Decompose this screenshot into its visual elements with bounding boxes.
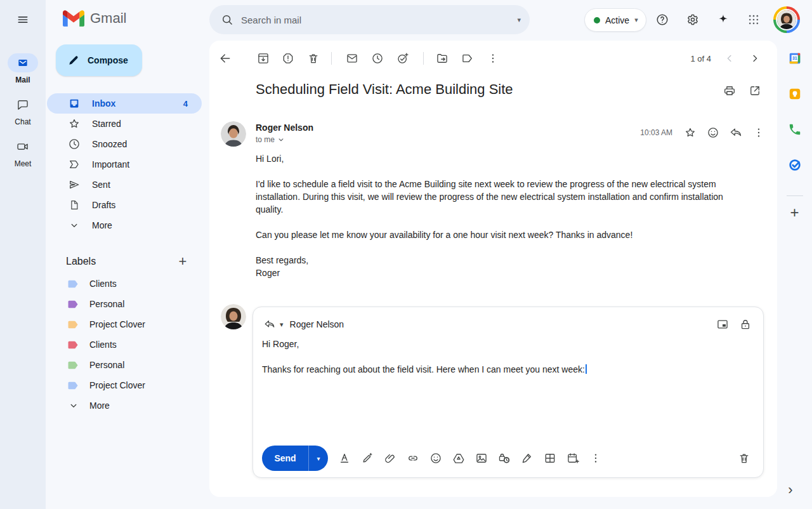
status-label: Active [605, 15, 629, 25]
send-button[interactable]: Send [262, 453, 308, 463]
insert-photo-button[interactable] [470, 447, 493, 470]
compose-button[interactable]: Compose [56, 44, 142, 76]
voice-app-button[interactable] [781, 116, 809, 143]
help-button[interactable] [648, 6, 676, 34]
labels-more[interactable]: More [47, 395, 202, 416]
recipient-details-toggle[interactable]: to me [256, 135, 285, 144]
attach-files-button[interactable] [379, 447, 402, 470]
move-to-button[interactable] [431, 47, 454, 70]
compose-label: Compose [88, 55, 128, 65]
open-in-new-button[interactable] [743, 79, 766, 102]
star-message-button[interactable] [679, 121, 702, 144]
label-item-personal-2[interactable]: Personal [47, 355, 202, 375]
reply-compose-box[interactable]: ▾ Roger Nelson Hi Roger, Thanks for reac… [252, 307, 764, 478]
chevron-right-icon: › [788, 482, 792, 498]
label-item-project-clover-2[interactable]: Project Clover [47, 375, 202, 395]
rail-item-meet[interactable]: Meet [0, 137, 46, 168]
insert-signature-button[interactable] [516, 447, 539, 470]
search-options-caret-icon[interactable]: ▾ [517, 16, 521, 24]
apps-grid-button[interactable] [740, 6, 768, 34]
sender-avatar[interactable] [221, 121, 246, 147]
label-name: Project Clover [89, 319, 145, 329]
message-more-button[interactable] [747, 121, 770, 144]
insert-from-drive-button[interactable] [447, 447, 470, 470]
body-paragraph: Hi Lori, [256, 152, 737, 165]
snooze-button[interactable] [366, 47, 389, 70]
search-button[interactable] [216, 8, 239, 31]
back-button[interactable] [214, 47, 237, 70]
print-button[interactable] [718, 79, 741, 102]
label-tag-icon [461, 52, 474, 65]
side-panel: 31 + [777, 41, 812, 224]
body-signoff: Best regards, [256, 254, 737, 267]
reply-button[interactable] [724, 121, 747, 144]
compose-more-button[interactable] [584, 447, 607, 470]
main-menu-button[interactable] [9, 6, 37, 34]
sidebar-item-inbox[interactable]: Inbox 4 [47, 93, 202, 114]
message-time: 10:03 AM [640, 128, 672, 137]
emoji-reaction-button[interactable] [702, 121, 724, 144]
apps-grid-icon [747, 13, 760, 26]
discard-draft-button[interactable] [733, 447, 756, 470]
reply-recipient-name[interactable]: Roger Nelson [290, 319, 344, 329]
tasks-app-button[interactable] [781, 151, 809, 179]
draft-file-icon [68, 199, 81, 211]
insert-link-button[interactable] [402, 447, 424, 470]
sidebar-item-sent[interactable]: Sent [47, 175, 202, 195]
labels-header: Labels + [66, 253, 193, 270]
body-paragraph: Can you please let me know your availabi… [256, 228, 737, 241]
lock-button[interactable] [734, 313, 757, 336]
sidebar-item-more[interactable]: More [47, 215, 202, 235]
send-button-group[interactable]: Send ▾ [262, 446, 328, 471]
sidebar-item-starred[interactable]: Starred [47, 114, 202, 134]
keep-app-button[interactable] [781, 80, 809, 108]
insert-emoji-button[interactable] [424, 447, 447, 470]
more-options-button[interactable] [481, 47, 504, 70]
mark-unread-button[interactable] [341, 47, 363, 70]
search-input[interactable] [241, 15, 517, 25]
formatting-options-button[interactable] [333, 447, 356, 470]
labels-button[interactable] [456, 47, 479, 70]
rail-item-chat[interactable]: Chat [0, 95, 46, 126]
set-up-meeting-button[interactable] [561, 447, 584, 470]
search-bar[interactable]: ▾ [209, 5, 530, 34]
reply-editor[interactable]: Hi Roger, Thanks for reaching out about … [262, 338, 754, 376]
report-spam-button[interactable] [277, 47, 299, 70]
add-to-tasks-button[interactable] [391, 47, 414, 70]
calendar-app-button[interactable]: 31 [781, 44, 809, 72]
archive-button[interactable] [252, 47, 275, 70]
reply-options-caret-icon[interactable]: ▾ [280, 321, 284, 329]
label-item-clients-2[interactable]: Clients [47, 334, 202, 355]
layouts-button[interactable] [539, 447, 561, 470]
pop-out-reply-button[interactable] [711, 313, 734, 336]
older-conversation-button[interactable] [743, 47, 766, 70]
label-item-clients-1[interactable]: Clients [47, 274, 202, 294]
label-item-project-clover-1[interactable]: Project Clover [47, 314, 202, 334]
text-cursor [586, 364, 587, 374]
sidebar-item-label: Snoozed [92, 139, 127, 149]
status-selector[interactable]: Active ▾ [584, 8, 646, 32]
label-item-personal-1[interactable]: Personal [47, 294, 202, 314]
delete-button[interactable] [302, 47, 325, 70]
back-arrow-icon [219, 52, 232, 65]
send-options-caret-icon[interactable]: ▾ [309, 455, 328, 462]
gmail-logo[interactable]: Gmail [63, 10, 126, 27]
sidebar-item-snoozed[interactable]: Snoozed [47, 134, 202, 154]
sidebar-item-important[interactable]: Important [47, 154, 202, 175]
gemini-button[interactable] [709, 6, 737, 34]
create-label-button[interactable]: + [173, 251, 193, 272]
settings-button[interactable] [679, 6, 707, 34]
show-side-panel-button[interactable]: › [778, 477, 803, 503]
sidebar-item-label: Sent [92, 180, 110, 190]
help-me-write-button[interactable] [356, 447, 379, 470]
confidential-mode-button[interactable] [493, 447, 516, 470]
newer-conversation-button[interactable] [718, 47, 741, 70]
sidebar-item-drafts[interactable]: Drafts [47, 195, 202, 215]
star-icon [68, 117, 81, 130]
account-avatar-button[interactable] [773, 6, 800, 33]
reply-type-button[interactable] [259, 314, 280, 334]
signature-pen-icon [521, 452, 534, 465]
avatar [776, 9, 797, 30]
rail-item-mail[interactable]: Mail [0, 53, 46, 84]
get-addons-button[interactable]: + [783, 201, 806, 224]
